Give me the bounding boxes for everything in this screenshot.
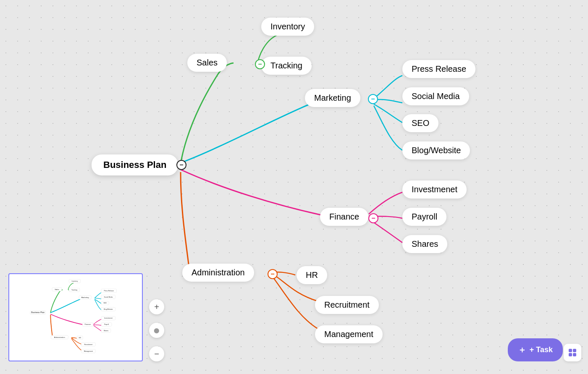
minimap-svg: Business Plan Sales Inventory Tracking M… [9,274,143,361]
svg-rect-37 [573,353,576,356]
zoom-controls: + ● − [149,299,164,361]
svg-text:Sales: Sales [55,288,59,290]
svg-text:Recruitment: Recruitment [84,344,93,345]
node-shares[interactable]: Shares [402,235,447,253]
node-label: Investmenet [412,185,457,194]
collapse-finance[interactable]: − [368,213,378,223]
svg-text:SEO: SEO [103,302,107,304]
svg-text:Business Plan: Business Plan [31,311,45,314]
mind-map-canvas[interactable]: Business Plan − Sales − Inventory Tracki… [0,0,588,374]
svg-rect-34 [569,349,572,352]
node-label: Press Release [412,64,466,73]
svg-text:Blog/Website: Blog/Website [104,309,113,310]
grid-icon [568,348,577,357]
svg-text:Marketing: Marketing [81,296,89,298]
collapse-administration[interactable]: − [268,269,278,279]
node-seo[interactable]: SEO [402,114,438,132]
svg-text:Social Media: Social Media [104,296,113,298]
node-payroll[interactable]: Payroll [402,208,446,226]
svg-rect-36 [569,353,572,356]
task-plus-icon: ＋ [518,344,526,356]
node-label: HR [306,270,318,280]
node-label: Administration [192,268,245,277]
collapse-business-plan[interactable]: − [176,160,186,170]
node-label: Shares [412,239,438,248]
svg-text:Tracking: Tracking [71,289,77,291]
node-finance[interactable]: Finance [320,208,368,226]
zoom-dot-button[interactable]: ● [149,323,164,338]
node-inventory[interactable]: Inventory [261,18,314,36]
node-business-plan[interactable]: Business Plan [92,154,178,175]
grid-view-button[interactable] [564,344,581,361]
node-administration[interactable]: Administration [182,264,254,282]
node-recruitment[interactable]: Recruitment [315,296,379,314]
svg-text:Inventory: Inventory [71,280,78,282]
collapse-sales[interactable]: − [255,59,265,69]
zoom-in-button[interactable]: + [149,299,164,314]
node-marketing[interactable]: Marketing [305,89,360,107]
node-blog-website[interactable]: Blog/Website [402,141,470,160]
svg-text:Press Release: Press Release [104,290,114,292]
node-label: Finance [329,212,359,221]
node-tracking[interactable]: Tracking [261,57,312,75]
node-label: Social Media [412,92,460,101]
node-label: SEO [412,118,429,128]
node-press-release[interactable]: Press Release [402,60,475,78]
node-label: Inventory [270,22,305,31]
collapse-marketing[interactable]: − [368,94,378,104]
svg-text:Payroll: Payroll [104,324,109,325]
node-investmenet[interactable]: Investmenet [402,180,467,199]
node-label: Blog/Website [412,146,461,155]
task-label: + Task [530,345,553,354]
node-label: Business Plan [103,160,166,170]
node-label: Tracking [270,61,302,70]
node-sales[interactable]: Sales [187,54,227,72]
add-task-button[interactable]: ＋ + Task [508,338,563,361]
svg-text:Administration: Administration [54,336,66,338]
node-label: Sales [197,58,218,67]
node-label: Payroll [412,212,437,221]
node-label: Management [324,330,373,339]
svg-text:Investmenet: Investmenet [104,317,113,319]
svg-text:HR: HR [79,337,81,339]
svg-rect-35 [573,349,576,352]
svg-text:Shares: Shares [104,330,109,332]
node-label: Marketing [314,93,351,102]
node-management[interactable]: Management [315,325,383,343]
node-hr[interactable]: HR [297,266,327,284]
zoom-out-button[interactable]: − [149,346,164,361]
minimap: Business Plan Sales Inventory Tracking M… [8,273,143,361]
node-label: Recruitment [324,300,370,309]
svg-text:Finance: Finance [84,323,91,325]
node-social-media[interactable]: Social Media [402,87,469,105]
svg-text:Management: Management [84,350,93,352]
